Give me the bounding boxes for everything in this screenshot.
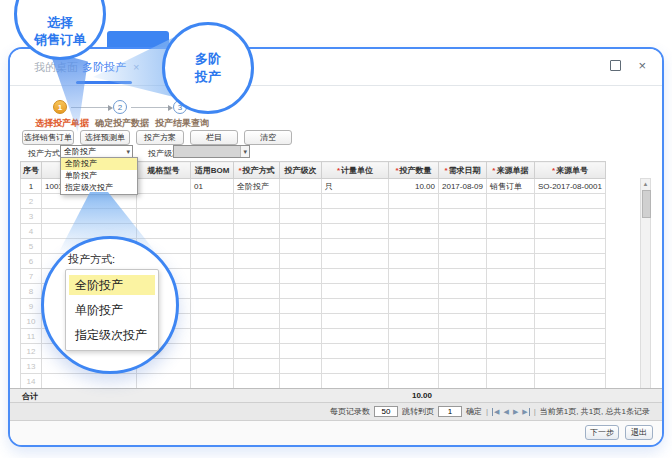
- clear-button[interactable]: 清空: [244, 130, 292, 145]
- table-row-empty[interactable]: 14: [21, 374, 606, 389]
- table-cell[interactable]: [534, 194, 605, 209]
- table-cell[interactable]: [534, 209, 605, 224]
- table-cell[interactable]: 10: [21, 314, 42, 329]
- column-header[interactable]: 序号: [21, 162, 42, 179]
- table-cell[interactable]: [280, 239, 322, 254]
- maximize-icon[interactable]: [610, 60, 621, 71]
- table-scrollbar[interactable]: ▲ ▼: [640, 178, 651, 403]
- table-cell[interactable]: 3: [21, 209, 42, 224]
- table-cell[interactable]: [234, 314, 280, 329]
- table-cell[interactable]: [280, 284, 322, 299]
- table-cell[interactable]: [486, 254, 534, 269]
- wizard-step-2-circle[interactable]: 2: [113, 100, 127, 114]
- table-cell[interactable]: [191, 209, 234, 224]
- table-cell[interactable]: [280, 209, 322, 224]
- table-cell[interactable]: [137, 179, 191, 194]
- table-cell[interactable]: [191, 359, 234, 374]
- table-cell[interactable]: [439, 254, 487, 269]
- table-cell[interactable]: [486, 224, 534, 239]
- table-cell[interactable]: [439, 239, 487, 254]
- table-cell[interactable]: [389, 314, 439, 329]
- table-cell[interactable]: [191, 194, 234, 209]
- table-cell[interactable]: [534, 329, 605, 344]
- table-cell[interactable]: [486, 194, 534, 209]
- column-header[interactable]: *需求日期: [439, 162, 487, 179]
- table-cell[interactable]: [389, 359, 439, 374]
- table-cell[interactable]: [234, 194, 280, 209]
- table-cell[interactable]: [486, 329, 534, 344]
- table-cell[interactable]: [234, 344, 280, 359]
- table-cell[interactable]: [322, 299, 389, 314]
- goto-confirm-button[interactable]: 确定: [466, 406, 482, 417]
- table-cell[interactable]: [389, 254, 439, 269]
- table-cell[interactable]: [534, 314, 605, 329]
- table-cell[interactable]: [234, 224, 280, 239]
- scrollbar-thumb[interactable]: [642, 190, 651, 218]
- table-cell[interactable]: [439, 329, 487, 344]
- table-cell[interactable]: [322, 209, 389, 224]
- table-cell[interactable]: [486, 374, 534, 389]
- select-forecast-button[interactable]: 选择预测单: [80, 130, 130, 145]
- column-header[interactable]: *来源单据: [486, 162, 534, 179]
- table-cell[interactable]: [439, 284, 487, 299]
- table-cell[interactable]: 只: [322, 179, 389, 194]
- wizard-step-3-label[interactable]: 投产结果查询: [151, 117, 213, 130]
- table-cell[interactable]: [389, 329, 439, 344]
- table-cell[interactable]: 7: [21, 269, 42, 284]
- table-cell[interactable]: [389, 374, 439, 389]
- table-cell[interactable]: [486, 299, 534, 314]
- column-header[interactable]: 适用BOM: [191, 162, 234, 179]
- column-header[interactable]: *投产数量: [389, 162, 439, 179]
- table-cell[interactable]: [389, 344, 439, 359]
- table-cell[interactable]: [322, 314, 389, 329]
- table-cell[interactable]: [322, 239, 389, 254]
- table-cell[interactable]: [389, 269, 439, 284]
- table-cell[interactable]: [234, 329, 280, 344]
- table-cell[interactable]: [234, 374, 280, 389]
- table-cell[interactable]: [191, 224, 234, 239]
- select-sales-order-button[interactable]: 选择销售订单: [22, 130, 74, 145]
- table-cell[interactable]: [486, 314, 534, 329]
- table-cell[interactable]: [137, 194, 191, 209]
- wizard-step-1-circle[interactable]: 1: [53, 100, 67, 114]
- column-header[interactable]: *来源单号: [534, 162, 605, 179]
- level-select[interactable]: ▾: [173, 145, 250, 158]
- table-cell[interactable]: [280, 269, 322, 284]
- table-cell[interactable]: [191, 299, 234, 314]
- table-cell[interactable]: 5: [21, 239, 42, 254]
- dropdown-option-single-stage[interactable]: 单阶投产: [61, 170, 137, 182]
- table-cell[interactable]: [439, 374, 487, 389]
- table-cell[interactable]: 6: [21, 254, 42, 269]
- table-cell[interactable]: [486, 239, 534, 254]
- table-cell[interactable]: [322, 284, 389, 299]
- table-cell[interactable]: [191, 284, 234, 299]
- goto-page-input[interactable]: [438, 406, 462, 417]
- scroll-up-icon[interactable]: ▲: [641, 179, 650, 189]
- table-cell[interactable]: [191, 269, 234, 284]
- table-cell[interactable]: [280, 299, 322, 314]
- table-cell[interactable]: [486, 344, 534, 359]
- first-page-icon[interactable]: ◀: [492, 408, 499, 416]
- table-cell[interactable]: [234, 299, 280, 314]
- table-cell[interactable]: [191, 239, 234, 254]
- table-cell[interactable]: [389, 284, 439, 299]
- table-cell[interactable]: [234, 254, 280, 269]
- table-cell[interactable]: [534, 344, 605, 359]
- table-cell[interactable]: [280, 224, 322, 239]
- table-cell[interactable]: 10.00: [389, 179, 439, 194]
- table-cell[interactable]: SO-2017-08-0001: [534, 179, 605, 194]
- production-plan-button[interactable]: 投产方案: [136, 130, 184, 145]
- table-cell[interactable]: [137, 209, 191, 224]
- table-cell[interactable]: [322, 194, 389, 209]
- table-cell[interactable]: 11: [21, 329, 42, 344]
- table-cell[interactable]: [322, 224, 389, 239]
- table-cell[interactable]: [280, 359, 322, 374]
- column-header[interactable]: *计量单位: [322, 162, 389, 179]
- table-cell[interactable]: [322, 359, 389, 374]
- table-cell[interactable]: [234, 359, 280, 374]
- per-page-input[interactable]: [374, 406, 398, 417]
- table-cell[interactable]: [234, 209, 280, 224]
- table-cell[interactable]: [191, 344, 234, 359]
- table-cell[interactable]: [280, 329, 322, 344]
- table-cell[interactable]: 8: [21, 284, 42, 299]
